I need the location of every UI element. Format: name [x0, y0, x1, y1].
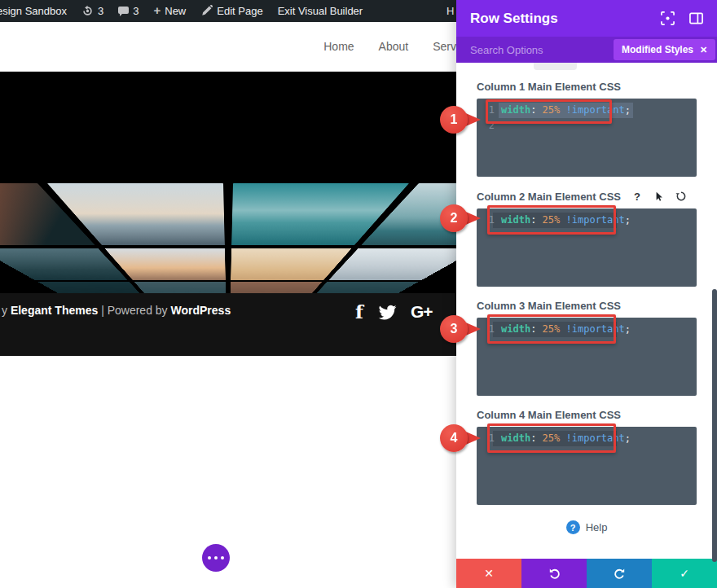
- css-code-line: width: 25% !important;: [501, 213, 631, 228]
- pointer-icon[interactable]: [653, 191, 665, 202]
- section-column-2-css: Column 2 Main Element CSS ? 1 width: 25%…: [477, 190, 697, 287]
- section-column-1-css: Column 1 Main Element CSS 1 width: 25% !…: [477, 80, 697, 177]
- search-options-input[interactable]: [470, 44, 614, 56]
- new-label: New: [165, 5, 186, 17]
- footer-credit: y Elegant Themes | Powered by WordPress: [2, 304, 231, 317]
- column-3-css-editor[interactable]: 1 width: 25% !important;: [477, 318, 697, 396]
- line-number: 2: [477, 118, 495, 134]
- admin-bar-comments[interactable]: 3: [111, 0, 146, 22]
- panel-body: Column 1 Main Element CSS 1 width: 25% !…: [456, 63, 717, 559]
- focus-mode-icon[interactable]: [661, 11, 675, 25]
- updates-icon: [81, 5, 94, 17]
- panel-scrollbar: [712, 63, 717, 559]
- dot: [221, 556, 224, 559]
- credit-elegant-themes[interactable]: Elegant Themes: [11, 304, 98, 317]
- row-settings-panel: Row Settings Modified Styles ✕ Column 1 …: [456, 0, 717, 588]
- redo-button[interactable]: [587, 559, 652, 588]
- filter-badge-label: Modified Styles: [622, 44, 693, 55]
- css-code-line: width: 25% !important;: [499, 103, 633, 118]
- facebook-icon[interactable]: f: [355, 301, 363, 323]
- photo-collage: [0, 183, 456, 293]
- twitter-icon[interactable]: [377, 303, 397, 323]
- site-footer: y Elegant Themes | Powered by WordPress …: [0, 293, 456, 356]
- hero-section: [0, 72, 456, 293]
- google-plus-icon[interactable]: G+: [411, 302, 433, 322]
- modified-styles-filter-badge[interactable]: Modified Styles ✕: [614, 39, 715, 60]
- css-code-line: width: 25% !important;: [501, 431, 631, 446]
- undo-button[interactable]: [521, 559, 587, 588]
- credit-wordpress[interactable]: WordPress: [171, 304, 231, 317]
- line-number: 1: [477, 322, 495, 337]
- column-1-css-editor[interactable]: 1 width: 25% !important; 2: [477, 99, 697, 177]
- site-nav: Home About Serv: [0, 22, 456, 72]
- help-label: Help: [586, 521, 608, 533]
- column-2-css-label: Column 2 Main Element CSS: [477, 191, 621, 203]
- help-circle-icon: ?: [566, 520, 580, 534]
- scrolled-element-stub: [534, 63, 577, 70]
- redo-icon: [614, 568, 626, 580]
- column-2-css-editor[interactable]: 1 width: 25% !important;: [477, 208, 697, 287]
- pencil-icon: [200, 5, 213, 17]
- admin-bar-howdy[interactable]: H: [446, 5, 454, 17]
- check-icon: ✓: [680, 567, 689, 580]
- nav-item-services[interactable]: Serv: [433, 40, 456, 53]
- column-4-css-label: Column 4 Main Element CSS: [477, 409, 621, 421]
- filter-badge-close-icon[interactable]: ✕: [700, 45, 707, 55]
- admin-bar-new[interactable]: + New: [146, 0, 193, 22]
- section-column-3-css: Column 3 Main Element CSS 1 width: 25% !…: [477, 299, 697, 396]
- admin-bar-updates[interactable]: 3: [74, 0, 111, 22]
- credit-prefix: y: [2, 304, 11, 317]
- screenshot-root: esign Sandbox 3 3 + New Edit Page Exit V…: [0, 0, 717, 588]
- panel-layout-icon[interactable]: [689, 11, 703, 25]
- line-number: 1: [477, 431, 495, 446]
- collage-photo: [328, 248, 456, 280]
- collage-photo: [38, 282, 147, 293]
- social-links: f G+: [355, 301, 433, 323]
- admin-bar-exit-visual-builder[interactable]: Exit Visual Builder: [271, 0, 371, 22]
- column-4-css-editor[interactable]: 1 width: 25% !important;: [477, 427, 697, 505]
- help-icon[interactable]: ?: [631, 191, 643, 202]
- admin-bar-site-name[interactable]: esign Sandbox: [0, 0, 74, 22]
- line-number: 1: [477, 103, 495, 118]
- dot: [208, 556, 211, 559]
- close-icon: ✕: [484, 567, 494, 580]
- comments-icon: [118, 7, 129, 14]
- help-link[interactable]: ? Help: [456, 520, 717, 534]
- nav-item-about[interactable]: About: [379, 40, 409, 53]
- scrollbar-thumb[interactable]: [712, 289, 717, 562]
- nav-item-home[interactable]: Home: [323, 40, 354, 53]
- collage-photo: [231, 282, 323, 293]
- collage-photo: [309, 282, 418, 293]
- line-number: 1: [477, 213, 495, 228]
- section-column-4-css: Column 4 Main Element CSS 1 width: 25% !…: [477, 408, 697, 505]
- column-1-css-label: Column 1 Main Element CSS: [477, 81, 621, 93]
- column-3-css-label: Column 3 Main Element CSS: [477, 300, 621, 312]
- credit-powered-by: Powered by: [108, 304, 171, 317]
- updates-count: 3: [98, 5, 103, 17]
- comments-count: 3: [133, 5, 139, 17]
- page-settings-toggle-button[interactable]: [202, 544, 230, 572]
- save-button[interactable]: ✓: [652, 559, 717, 588]
- dot: [214, 556, 218, 559]
- discard-button[interactable]: ✕: [456, 559, 521, 588]
- panel-footer: ✕ ✓: [456, 559, 717, 588]
- panel-header: Row Settings: [456, 0, 717, 37]
- reset-icon[interactable]: [675, 191, 687, 202]
- panel-search-bar: Modified Styles ✕: [456, 37, 717, 63]
- admin-bar-edit-page[interactable]: Edit Page: [193, 0, 270, 22]
- credit-separator: |: [98, 304, 107, 317]
- plus-icon: +: [153, 3, 161, 17]
- edit-page-label: Edit Page: [217, 5, 262, 17]
- collage-photo: [134, 282, 227, 293]
- panel-title: Row Settings: [470, 11, 646, 27]
- css-code-line: width: 25% !important;: [501, 322, 631, 337]
- undo-icon: [548, 568, 561, 580]
